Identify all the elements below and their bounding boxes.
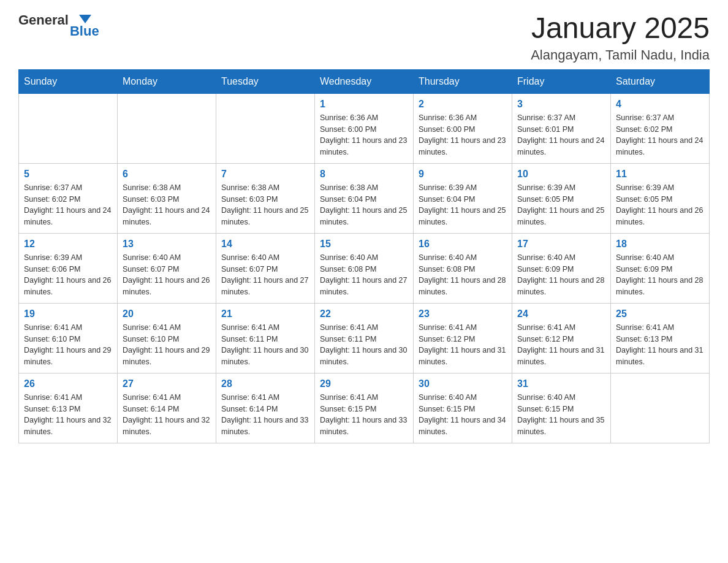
calendar-cell: 28Sunrise: 6:41 AM Sunset: 6:14 PM Dayli… [216,373,315,443]
logo-arrow-icon [79,15,91,23]
day-info: Sunrise: 6:41 AM Sunset: 6:11 PM Dayligh… [221,322,309,368]
day-number: 1 [320,99,408,110]
day-info: Sunrise: 6:37 AM Sunset: 6:01 PM Dayligh… [517,112,605,158]
day-info: Sunrise: 6:40 AM Sunset: 6:09 PM Dayligh… [616,252,704,298]
calendar-cell: 19Sunrise: 6:41 AM Sunset: 6:10 PM Dayli… [19,303,118,373]
day-number: 21 [221,308,309,320]
day-info: Sunrise: 6:41 AM Sunset: 6:12 PM Dayligh… [419,322,507,368]
day-info: Sunrise: 6:41 AM Sunset: 6:13 PM Dayligh… [616,322,704,368]
calendar-cell: 5Sunrise: 6:37 AM Sunset: 6:02 PM Daylig… [19,163,118,233]
calendar-cell: 30Sunrise: 6:40 AM Sunset: 6:15 PM Dayli… [414,373,512,443]
day-info: Sunrise: 6:36 AM Sunset: 6:00 PM Dayligh… [419,112,507,158]
calendar-week-3: 12Sunrise: 6:39 AM Sunset: 6:06 PM Dayli… [19,233,710,303]
calendar-cell [611,373,710,443]
day-info: Sunrise: 6:40 AM Sunset: 6:07 PM Dayligh… [221,252,309,298]
logo-general-text: General [18,12,69,28]
header-day-thursday: Thursday [414,69,512,93]
day-number: 17 [517,239,605,250]
calendar-cell: 31Sunrise: 6:40 AM Sunset: 6:15 PM Dayli… [512,373,611,443]
day-number: 12 [24,239,112,250]
calendar-cell: 17Sunrise: 6:40 AM Sunset: 6:09 PM Dayli… [512,233,611,303]
day-info: Sunrise: 6:41 AM Sunset: 6:15 PM Dayligh… [320,392,408,438]
calendar-cell: 6Sunrise: 6:38 AM Sunset: 6:03 PM Daylig… [118,163,216,233]
day-number: 10 [517,169,605,180]
header-day-friday: Friday [512,69,611,93]
location-subtitle: Alangayam, Tamil Nadu, India [531,47,710,63]
header-day-wednesday: Wednesday [315,69,414,93]
calendar-cell: 9Sunrise: 6:39 AM Sunset: 6:04 PM Daylig… [414,163,512,233]
day-number: 28 [221,378,309,389]
calendar-cell: 1Sunrise: 6:36 AM Sunset: 6:00 PM Daylig… [315,93,414,163]
day-info: Sunrise: 6:41 AM Sunset: 6:10 PM Dayligh… [123,322,211,368]
day-info: Sunrise: 6:41 AM Sunset: 6:14 PM Dayligh… [221,392,309,438]
day-number: 7 [221,169,309,180]
day-number: 11 [616,169,704,180]
day-info: Sunrise: 6:40 AM Sunset: 6:08 PM Dayligh… [320,252,408,298]
day-info: Sunrise: 6:40 AM Sunset: 6:15 PM Dayligh… [517,392,605,438]
calendar-cell: 29Sunrise: 6:41 AM Sunset: 6:15 PM Dayli… [315,373,414,443]
day-number: 27 [123,378,211,389]
calendar-cell: 3Sunrise: 6:37 AM Sunset: 6:01 PM Daylig… [512,93,611,163]
calendar-cell: 15Sunrise: 6:40 AM Sunset: 6:08 PM Dayli… [315,233,414,303]
calendar-cell [19,93,118,163]
calendar-week-1: 1Sunrise: 6:36 AM Sunset: 6:00 PM Daylig… [19,93,710,163]
day-info: Sunrise: 6:40 AM Sunset: 6:07 PM Dayligh… [123,252,211,298]
day-number: 20 [123,308,211,320]
day-number: 14 [221,239,309,250]
day-number: 9 [419,169,507,180]
calendar-week-5: 26Sunrise: 6:41 AM Sunset: 6:13 PM Dayli… [19,373,710,443]
day-info: Sunrise: 6:39 AM Sunset: 6:04 PM Dayligh… [419,182,507,228]
calendar-cell: 25Sunrise: 6:41 AM Sunset: 6:13 PM Dayli… [611,303,710,373]
calendar-cell: 23Sunrise: 6:41 AM Sunset: 6:12 PM Dayli… [414,303,512,373]
calendar-table: SundayMondayTuesdayWednesdayThursdayFrid… [18,69,710,443]
calendar-cell: 27Sunrise: 6:41 AM Sunset: 6:14 PM Dayli… [118,373,216,443]
header-day-sunday: Sunday [19,69,118,93]
day-number: 4 [616,99,704,110]
calendar-cell: 18Sunrise: 6:40 AM Sunset: 6:09 PM Dayli… [611,233,710,303]
day-info: Sunrise: 6:36 AM Sunset: 6:00 PM Dayligh… [320,112,408,158]
day-info: Sunrise: 6:38 AM Sunset: 6:03 PM Dayligh… [221,182,309,228]
day-number: 18 [616,239,704,250]
day-info: Sunrise: 6:40 AM Sunset: 6:15 PM Dayligh… [419,392,507,438]
day-number: 31 [517,378,605,389]
calendar-cell: 22Sunrise: 6:41 AM Sunset: 6:11 PM Dayli… [315,303,414,373]
day-info: Sunrise: 6:38 AM Sunset: 6:03 PM Dayligh… [123,182,211,228]
day-info: Sunrise: 6:39 AM Sunset: 6:05 PM Dayligh… [616,182,704,228]
calendar-cell: 12Sunrise: 6:39 AM Sunset: 6:06 PM Dayli… [19,233,118,303]
day-info: Sunrise: 6:37 AM Sunset: 6:02 PM Dayligh… [24,182,112,228]
calendar-header-row: SundayMondayTuesdayWednesdayThursdayFrid… [19,69,710,93]
day-info: Sunrise: 6:41 AM Sunset: 6:12 PM Dayligh… [517,322,605,368]
day-number: 13 [123,239,211,250]
day-info: Sunrise: 6:41 AM Sunset: 6:11 PM Dayligh… [320,322,408,368]
calendar-cell: 13Sunrise: 6:40 AM Sunset: 6:07 PM Dayli… [118,233,216,303]
calendar-cell: 26Sunrise: 6:41 AM Sunset: 6:13 PM Dayli… [19,373,118,443]
day-number: 6 [123,169,211,180]
logo-blue-text: Blue [70,23,99,39]
day-number: 25 [616,308,704,320]
calendar-cell: 21Sunrise: 6:41 AM Sunset: 6:11 PM Dayli… [216,303,315,373]
day-number: 30 [419,378,507,389]
month-title: January 2025 [531,12,710,45]
header-day-saturday: Saturday [611,69,710,93]
calendar-cell: 4Sunrise: 6:37 AM Sunset: 6:02 PM Daylig… [611,93,710,163]
day-info: Sunrise: 6:39 AM Sunset: 6:05 PM Dayligh… [517,182,605,228]
day-number: 2 [419,99,507,110]
header-day-monday: Monday [118,69,216,93]
day-number: 19 [24,308,112,320]
logo: General Blue [18,12,99,39]
day-number: 8 [320,169,408,180]
day-number: 24 [517,308,605,320]
day-info: Sunrise: 6:37 AM Sunset: 6:02 PM Dayligh… [616,112,704,158]
calendar-header: SundayMondayTuesdayWednesdayThursdayFrid… [19,69,710,93]
day-number: 26 [24,378,112,389]
calendar-cell: 8Sunrise: 6:38 AM Sunset: 6:04 PM Daylig… [315,163,414,233]
calendar-cell: 10Sunrise: 6:39 AM Sunset: 6:05 PM Dayli… [512,163,611,233]
calendar-cell: 7Sunrise: 6:38 AM Sunset: 6:03 PM Daylig… [216,163,315,233]
day-info: Sunrise: 6:38 AM Sunset: 6:04 PM Dayligh… [320,182,408,228]
day-number: 3 [517,99,605,110]
calendar-cell: 2Sunrise: 6:36 AM Sunset: 6:00 PM Daylig… [414,93,512,163]
title-block: January 2025 Alangayam, Tamil Nadu, Indi… [531,12,710,63]
calendar-cell: 24Sunrise: 6:41 AM Sunset: 6:12 PM Dayli… [512,303,611,373]
calendar-cell [118,93,216,163]
calendar-week-4: 19Sunrise: 6:41 AM Sunset: 6:10 PM Dayli… [19,303,710,373]
